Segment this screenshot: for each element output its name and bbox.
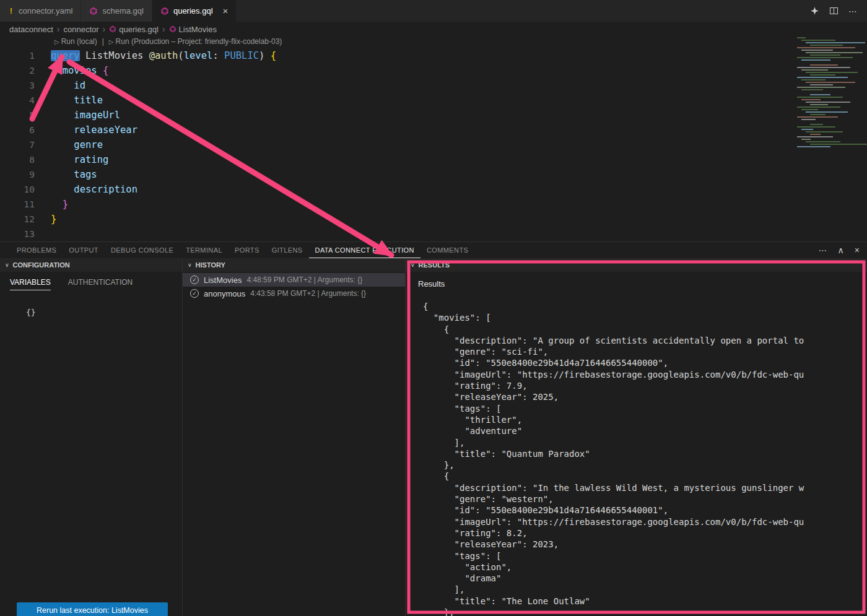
results-header[interactable]: ∨ RESULTS xyxy=(406,258,867,272)
tab-label: connector.yaml xyxy=(19,6,72,15)
run-production-link[interactable]: ▷ Run (Production – Project: friendly-fl… xyxy=(109,37,282,46)
breadcrumb-item-listmovies[interactable]: ListMovies xyxy=(169,25,217,34)
panel-tab-bar: PROBLEMSOUTPUTDEBUG CONSOLETERMINALPORTS… xyxy=(0,242,867,258)
results-title: RESULTS xyxy=(419,261,450,269)
graphql-icon xyxy=(160,7,169,15)
panel-tab-comments[interactable]: COMMENTS xyxy=(420,242,474,258)
line-number: 13 xyxy=(0,227,35,241)
breadcrumb-item-connector[interactable]: connector xyxy=(64,25,99,34)
panel-tab-ports[interactable]: PORTS xyxy=(229,242,266,258)
code-line-13[interactable]: 13 xyxy=(0,227,276,241)
line-content: title xyxy=(51,93,103,108)
line-number: 2 xyxy=(0,63,35,78)
graphql-icon xyxy=(109,25,116,33)
code-line-4[interactable]: 4 title xyxy=(0,93,276,108)
split-editor-icon[interactable] xyxy=(830,7,838,14)
code-line-9[interactable]: 9 tags xyxy=(0,167,276,182)
tab-queries-gql[interactable]: queries.gql × xyxy=(152,0,237,22)
line-content: genre xyxy=(51,137,103,152)
code-line-8[interactable]: 8 rating xyxy=(0,152,276,167)
breadcrumb-item-queries-gql[interactable]: queries.gql xyxy=(109,25,159,34)
panel-tab-gitlens[interactable]: GITLENS xyxy=(266,242,309,258)
code-line-11[interactable]: 11 } xyxy=(0,197,276,212)
rerun-button[interactable]: Rerun last execution: ListMovies xyxy=(17,602,168,616)
history-row-anonymous[interactable]: ✓anonymous4:43:58 PM GMT+2 | Arguments: … xyxy=(183,287,405,300)
tab-authentication[interactable]: AUTHENTICATION xyxy=(68,278,133,290)
history-title: HISTORY xyxy=(196,261,225,269)
breadcrumb-separator: › xyxy=(57,24,60,34)
line-content: query ListMovies @auth(level: PUBLIC) { xyxy=(51,48,276,63)
line-number: 4 xyxy=(0,93,35,108)
graphql-icon xyxy=(89,7,98,15)
line-number: 11 xyxy=(0,197,35,212)
breadcrumb: dataconnect›connector›queries.gql›ListMo… xyxy=(0,22,867,36)
line-content: description xyxy=(51,182,137,197)
code-editor[interactable]: ▷ Run (local) | ▷ Run (Production – Proj… xyxy=(0,36,867,241)
warning-icon: ! xyxy=(8,6,14,15)
tab-label: queries.gql xyxy=(173,6,213,15)
panel-tab-debug-console[interactable]: DEBUG CONSOLE xyxy=(105,242,180,258)
results-json[interactable]: { "movies": [ { "description": "A group … xyxy=(406,301,867,616)
history-header[interactable]: ∨ HISTORY xyxy=(183,258,405,272)
run-production-label: Run (Production – Project: friendly-flix… xyxy=(116,37,282,46)
panel-tab-data-connect-execution[interactable]: DATA CONNECT EXECUTION xyxy=(309,242,420,258)
close-icon[interactable]: × xyxy=(223,6,229,15)
chevron-down-icon: ∨ xyxy=(188,262,192,268)
chevron-down-icon: ∨ xyxy=(411,262,415,268)
results-label: Results xyxy=(418,279,867,288)
code-line-10[interactable]: 10 description xyxy=(0,182,276,197)
editor-tab-bar: ! connector.yaml schema.gql queries.gql … xyxy=(0,0,867,22)
line-number: 10 xyxy=(0,182,35,197)
run-local-link[interactable]: ▷ Run (local) xyxy=(54,37,97,46)
configuration-title: CONFIGURATION xyxy=(13,261,70,269)
code-line-7[interactable]: 7 genre xyxy=(0,137,276,152)
line-number: 9 xyxy=(0,167,35,182)
history-entry-name: anonymous xyxy=(204,289,245,298)
code-line-2[interactable]: 2 movies { xyxy=(0,63,276,78)
code-line-12[interactable]: 12} xyxy=(0,212,276,227)
graphql-icon xyxy=(169,25,176,33)
breadcrumb-separator: › xyxy=(162,24,165,34)
panel-close-icon[interactable]: × xyxy=(855,245,860,255)
line-content: imageUrl xyxy=(51,108,120,123)
breadcrumb-item-dataconnect[interactable]: dataconnect xyxy=(9,25,53,34)
check-icon: ✓ xyxy=(190,289,199,298)
copilot-sparkle-icon[interactable] xyxy=(810,6,819,15)
history-list: ✓ListMovies4:48:59 PM GMT+2 | Arguments:… xyxy=(183,272,405,300)
more-actions-icon[interactable]: ⋯ xyxy=(848,6,857,16)
panel-more-icon[interactable]: ⋯ xyxy=(819,245,827,255)
line-number: 6 xyxy=(0,123,35,137)
variables-value[interactable]: {} xyxy=(26,308,182,317)
minimap[interactable] xyxy=(795,37,867,149)
panel-actions: ⋯ ∧ × xyxy=(819,242,860,258)
code-line-5[interactable]: 5 imageUrl xyxy=(0,108,276,123)
run-local-label: Run (local) xyxy=(61,37,97,46)
panel-maximize-icon[interactable]: ∧ xyxy=(838,245,844,255)
panel-tab-problems[interactable]: PROBLEMS xyxy=(11,242,63,258)
code-line-3[interactable]: 3 id xyxy=(0,78,276,93)
line-content: id xyxy=(51,78,85,93)
panel-tab-output[interactable]: OUTPUT xyxy=(63,242,105,258)
tab-schema-gql[interactable]: schema.gql xyxy=(81,0,152,22)
line-content: tags xyxy=(51,167,97,182)
code-line-6[interactable]: 6 releaseYear xyxy=(0,123,276,137)
history-pane: ∨ HISTORY ✓ListMovies4:48:59 PM GMT+2 | … xyxy=(183,258,406,616)
line-number: 12 xyxy=(0,212,35,227)
code-line-1[interactable]: 1query ListMovies @auth(level: PUBLIC) { xyxy=(0,48,276,63)
configuration-subtabs: VARIABLES AUTHENTICATION xyxy=(0,272,182,290)
line-number: 8 xyxy=(0,152,35,167)
configuration-header[interactable]: ∨ CONFIGURATION xyxy=(0,258,182,272)
results-pane: ∨ RESULTS Results { "movies": [ { "descr… xyxy=(406,258,867,616)
history-row-listmovies[interactable]: ✓ListMovies4:48:59 PM GMT+2 | Arguments:… xyxy=(183,273,405,287)
panel-tab-terminal[interactable]: TERMINAL xyxy=(180,242,229,258)
check-icon: ✓ xyxy=(190,275,199,284)
tab-variables[interactable]: VARIABLES xyxy=(10,278,51,290)
codelens-divider: | xyxy=(102,37,104,46)
configuration-pane: ∨ CONFIGURATION VARIABLES AUTHENTICATION… xyxy=(0,258,183,616)
tab-connector-yaml[interactable]: ! connector.yaml xyxy=(0,0,81,22)
panel-body: ∨ CONFIGURATION VARIABLES AUTHENTICATION… xyxy=(0,258,867,616)
history-entry-meta: 4:48:59 PM GMT+2 | Arguments: {} xyxy=(246,275,362,284)
line-content: movies { xyxy=(51,63,108,78)
editor-actions: ⋯ xyxy=(810,0,867,22)
run-icon: ▷ xyxy=(54,38,59,45)
